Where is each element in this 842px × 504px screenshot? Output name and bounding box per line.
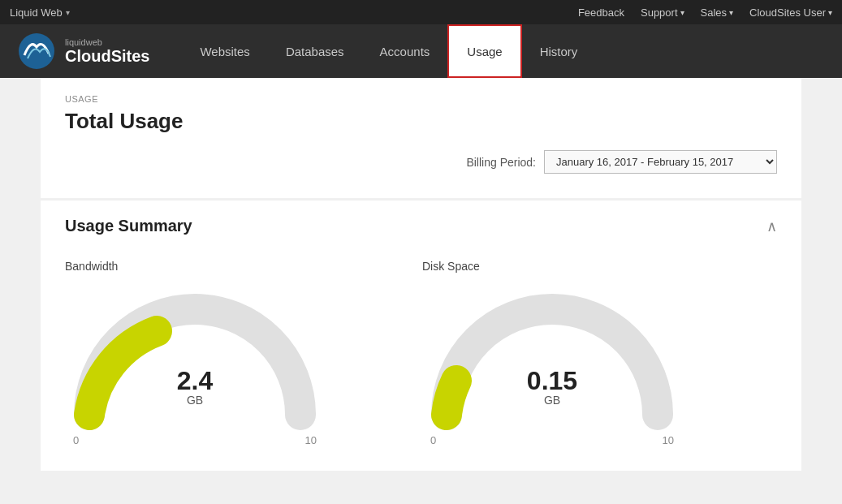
diskspace-unit: GB xyxy=(527,394,577,407)
support-chevron: ▾ xyxy=(680,8,684,17)
diskspace-label: Disk Space xyxy=(422,260,480,273)
nav-usage[interactable]: Usage xyxy=(447,24,521,78)
usage-section-label: USAGE xyxy=(65,94,777,104)
nav-history[interactable]: History xyxy=(522,24,596,78)
logo-icon xyxy=(16,31,57,71)
page-title: Total Usage xyxy=(65,109,777,134)
brand-chevron: ▾ xyxy=(66,8,70,17)
bandwidth-scale-max: 10 xyxy=(305,434,317,446)
feedback-link[interactable]: Feedback xyxy=(578,6,624,19)
billing-period-select[interactable]: January 16, 2017 - February 15, 2017 Dec… xyxy=(544,150,777,174)
bandwidth-center: 2.4 GB xyxy=(177,368,213,407)
usage-header-section: USAGE Total Usage Billing Period: Januar… xyxy=(41,78,801,198)
bandwidth-label: Bandwidth xyxy=(65,260,118,273)
usage-summary-section: Usage Summary ∧ Bandwidth 2.4 xyxy=(41,200,801,471)
sales-chevron: ▾ xyxy=(729,8,733,17)
diskspace-gauge-svg xyxy=(422,285,682,431)
billing-label: Billing Period: xyxy=(466,156,536,169)
section-header: Usage Summary ∧ xyxy=(65,217,777,235)
main-nav: liquidweb CloudSites Websites Databases … xyxy=(0,24,842,78)
nav-websites[interactable]: Websites xyxy=(182,24,267,78)
bandwidth-gauge: Bandwidth 2.4 GB xyxy=(65,260,374,446)
bandwidth-unit: GB xyxy=(177,394,213,407)
nav-links: Websites Databases Accounts Usage Histor… xyxy=(182,24,595,78)
bandwidth-value: 2.4 xyxy=(177,368,213,394)
top-bar-nav: Feedback Support ▾ Sales ▾ CloudSites Us… xyxy=(578,6,832,19)
bandwidth-scale: 0 10 xyxy=(65,431,325,446)
diskspace-value: 0.15 xyxy=(527,368,577,394)
billing-row: Billing Period: January 16, 2017 - Febru… xyxy=(65,150,777,182)
collapse-button[interactable]: ∧ xyxy=(766,218,777,235)
diskspace-scale: 0 10 xyxy=(422,431,682,446)
diskspace-scale-min: 0 xyxy=(430,434,436,446)
logo-text: liquidweb CloudSites xyxy=(65,37,149,65)
top-bar: Liquid Web ▾ Feedback Support ▾ Sales ▾ … xyxy=(0,0,842,24)
svg-point-0 xyxy=(19,33,54,69)
diskspace-gauge: Disk Space 0.15 GB 0 10 xyxy=(422,260,731,446)
bandwidth-scale-min: 0 xyxy=(73,434,79,446)
top-bar-brand[interactable]: Liquid Web ▾ xyxy=(10,6,70,19)
logo[interactable]: liquidweb CloudSites xyxy=(16,31,149,71)
support-link[interactable]: Support ▾ xyxy=(641,6,684,19)
diskspace-scale-max: 10 xyxy=(663,434,674,446)
bandwidth-gauge-svg xyxy=(65,285,325,431)
section-title: Usage Summary xyxy=(65,217,192,235)
nav-accounts[interactable]: Accounts xyxy=(362,24,448,78)
brand-name: Liquid Web xyxy=(10,6,63,19)
nav-databases[interactable]: Databases xyxy=(268,24,362,78)
gauges-row: Bandwidth 2.4 GB xyxy=(65,260,777,454)
user-menu[interactable]: CloudSites User ▾ xyxy=(749,6,832,19)
sales-link[interactable]: Sales ▾ xyxy=(701,6,734,19)
content-area: USAGE Total Usage Billing Period: Januar… xyxy=(0,78,842,504)
bandwidth-gauge-wrapper: 2.4 GB xyxy=(65,285,325,431)
diskspace-center: 0.15 GB xyxy=(527,368,577,407)
user-chevron: ▾ xyxy=(828,8,832,17)
diskspace-gauge-wrapper: 0.15 GB xyxy=(422,285,682,431)
